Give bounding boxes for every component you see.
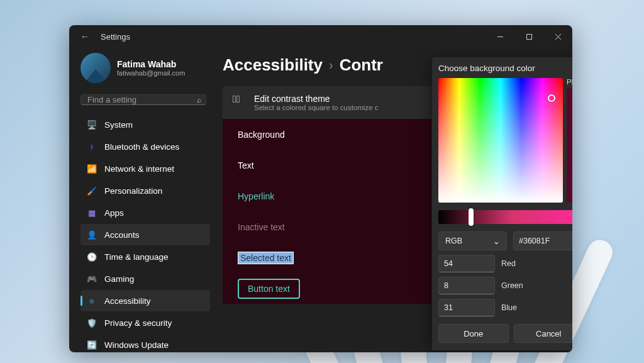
nav-label: System (104, 120, 133, 130)
color-mode-value: RGB (445, 237, 462, 245)
nav-icon: 🛡️ (87, 318, 97, 328)
nav-icon: ⍟ (87, 296, 97, 306)
svg-rect-1 (526, 34, 531, 39)
nav-icon: ▦ (87, 208, 97, 218)
profile-email: fatiwahab@gmail.com (117, 69, 185, 77)
nav-icon: 🕒 (87, 252, 97, 262)
nav-icon: 👤 (87, 230, 97, 240)
theme-row-label: Hyperlink (238, 191, 274, 201)
sv-cursor[interactable] (548, 94, 555, 102)
theme-row-label: Selected text (238, 252, 294, 264)
theme-row-label: Inactive text (238, 222, 285, 232)
sidebar-item-system[interactable]: 🖥️System (80, 114, 210, 135)
color-name-label: Plum (567, 78, 572, 86)
panel-title: Edit contrast theme (254, 94, 379, 104)
nav-icon: 🖥️ (87, 120, 97, 130)
nav-label: Personalization (104, 186, 162, 196)
search-icon: ⌕ (197, 96, 201, 104)
sidebar-item-gaming[interactable]: 🎮Gaming (80, 268, 210, 289)
nav-label: Gaming (104, 274, 134, 284)
nav-list: 🖥️SystemᚼBluetooth & devices📶Network & i… (80, 114, 210, 352)
sidebar-item-accounts[interactable]: 👤Accounts (80, 224, 210, 245)
sidebar-item-bluetooth-devices[interactable]: ᚼBluetooth & devices (80, 136, 210, 157)
profile-name: Fatima Wahab (117, 59, 185, 69)
avatar (80, 53, 111, 83)
nav-label: Time & language (104, 252, 169, 262)
nav-label: Privacy & security (104, 318, 172, 328)
hue-thumb[interactable] (469, 208, 474, 226)
nav-icon: 📶 (87, 164, 97, 174)
color-mode-select[interactable]: RGB ⌄ (438, 232, 507, 250)
close-button[interactable] (543, 25, 572, 48)
red-label: Red (501, 259, 516, 268)
hue-slider[interactable] (438, 210, 572, 224)
nav-label: Bluetooth & devices (104, 142, 179, 152)
sidebar-item-accessibility[interactable]: ⍟Accessibility (80, 290, 210, 311)
sidebar-item-apps[interactable]: ▦Apps (80, 202, 210, 223)
maximize-button[interactable] (514, 25, 543, 48)
app-title: Settings (101, 32, 130, 42)
green-input[interactable]: 8 (438, 277, 495, 294)
search-input[interactable]: ⌕ (80, 94, 206, 105)
sidebar-item-windows-update[interactable]: 🔄Windows Update (80, 334, 210, 352)
color-picker-dialog: Choose background color Plum RGB ⌄ #3608… (431, 57, 572, 351)
nav-label: Windows Update (104, 340, 169, 350)
nav-icon: 🎮 (87, 274, 97, 284)
nav-label: Network & internet (104, 164, 174, 174)
breadcrumb-parent[interactable]: Accessibility (223, 55, 323, 75)
minimize-button[interactable] (486, 25, 514, 48)
panel-subtitle: Select a colored square to customize c (254, 104, 379, 111)
nav-label: Accounts (104, 230, 140, 240)
sidebar-item-time-language[interactable]: 🕒Time & language (80, 246, 210, 267)
blue-input[interactable]: 31 (438, 299, 495, 316)
preview-swatch (567, 88, 572, 203)
sidebar: Fatima Wahab fatiwahab@gmail.com ⌕ 🖥️Sys… (69, 48, 215, 352)
nav-icon: ᚼ (87, 142, 97, 152)
theme-row-label: Background (238, 130, 285, 140)
nav-icon: 🔄 (87, 340, 97, 350)
red-input[interactable]: 54 (438, 255, 495, 272)
settings-window: ← Settings Fatima Wahab fatiwahab@gmail.… (69, 25, 572, 352)
hex-input[interactable]: #36081F (513, 232, 572, 250)
breadcrumb-sep: › (329, 58, 333, 72)
nav-icon: 🖌️ (87, 186, 97, 196)
nav-label: Apps (104, 208, 124, 218)
sv-canvas[interactable] (438, 78, 563, 203)
blue-label: Blue (501, 303, 517, 312)
sidebar-item-network-internet[interactable]: 📶Network & internet (80, 158, 210, 179)
breadcrumb-current: Contr (340, 55, 383, 75)
theme-row-label: Button text (238, 279, 300, 299)
cancel-button[interactable]: Cancel (514, 324, 573, 343)
picker-title: Choose background color (438, 64, 572, 73)
nav-label: Accessibility (104, 296, 151, 306)
sidebar-item-personalization[interactable]: 🖌️Personalization (80, 180, 210, 201)
search-field[interactable] (87, 95, 193, 104)
brush-icon: ✎⃝ (233, 94, 245, 105)
back-button[interactable]: ← (80, 31, 89, 42)
done-button[interactable]: Done (438, 324, 509, 343)
green-label: Green (501, 281, 523, 290)
theme-row-label: Text (238, 160, 254, 170)
chevron-down-icon: ⌄ (493, 237, 500, 246)
sidebar-item-privacy-security[interactable]: 🛡️Privacy & security (80, 312, 210, 333)
profile-block[interactable]: Fatima Wahab fatiwahab@gmail.com (80, 48, 210, 92)
titlebar: ← Settings (69, 25, 572, 48)
